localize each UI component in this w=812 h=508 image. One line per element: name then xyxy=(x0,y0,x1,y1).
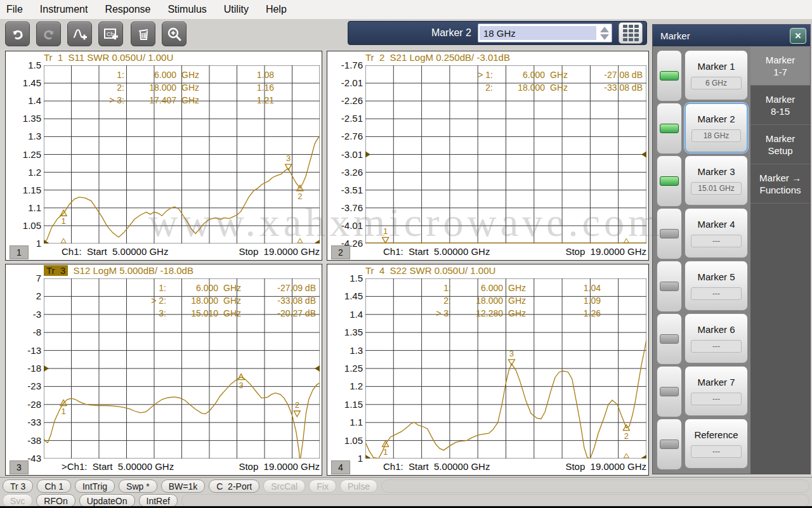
y-tick-label: 1.4 xyxy=(329,309,363,320)
undo-button[interactable] xyxy=(5,22,30,46)
svg-text:3: 3 xyxy=(286,153,291,163)
marker-toggle-led[interactable] xyxy=(657,366,682,417)
marker-readout-row: > 3:12.280GHz1.26 xyxy=(365,307,646,320)
marker-panel-body: Marker 16 GHzMarker 218 GHzMarker 315.01… xyxy=(653,46,750,474)
marker-button-label: Marker 7 xyxy=(697,377,735,388)
y-tick-label: 1.25 xyxy=(7,149,41,160)
status-intref[interactable]: IntRef xyxy=(139,494,178,507)
marker-button[interactable]: Marker 5--- xyxy=(684,261,748,311)
keypad-button[interactable] xyxy=(619,22,643,44)
status-c-2-port[interactable]: C 2-Port xyxy=(209,479,259,493)
status-swp-[interactable]: Swp * xyxy=(119,479,157,493)
y-tick-label: 1.15 xyxy=(329,399,363,410)
status-bw-1k[interactable]: BW=1k xyxy=(161,479,206,493)
y-tick-label: -3.51 xyxy=(329,185,363,195)
add-channel-icon: Ch xyxy=(103,26,119,42)
marker-button[interactable]: Marker 16 GHz xyxy=(684,50,748,100)
marker-readout: 1:6.000GHz1.082:18.000GHz1.16> 3:17.407G… xyxy=(44,68,320,107)
undo-icon xyxy=(10,27,25,42)
menu-instrument[interactable]: Instrument xyxy=(40,4,88,15)
status-svc[interactable]: Svc xyxy=(3,494,32,507)
value-spinner[interactable] xyxy=(598,25,612,41)
marker-value-text[interactable]: 18 GHz xyxy=(480,26,596,40)
marker-toggle-led[interactable] xyxy=(657,50,682,101)
menu-bar: FileInstrumentResponseStimulusUtilityHel… xyxy=(0,0,812,19)
marker-toggle-led[interactable] xyxy=(657,261,682,312)
menu-help[interactable]: Help xyxy=(266,4,287,15)
marker-button[interactable]: Marker 315.01 GHz xyxy=(684,155,748,205)
window-number-tab[interactable]: 3 xyxy=(10,460,29,474)
window-number-tab[interactable]: 4 xyxy=(331,460,350,474)
marker-toggle-led[interactable] xyxy=(657,103,682,154)
menu-file[interactable]: File xyxy=(6,4,23,15)
marker-toggle-led[interactable] xyxy=(657,419,682,470)
footer-stop-freq: Stop 19.0000 GHz xyxy=(239,246,320,257)
menu-response[interactable]: Response xyxy=(105,4,150,15)
marker-button-value: --- xyxy=(691,287,742,300)
y-tick-label: -38 xyxy=(7,435,41,446)
marker-button[interactable]: Marker 7--- xyxy=(684,366,748,416)
marker-panel-header: Marker ✕ xyxy=(653,25,810,46)
spinner-up-icon[interactable] xyxy=(600,27,609,32)
delete-button[interactable] xyxy=(131,22,155,46)
status-updateon[interactable]: UpdateOn xyxy=(79,494,135,507)
y-tick-label: 1.2 xyxy=(7,167,41,178)
spinner-down-icon[interactable] xyxy=(600,34,609,40)
add-trace-button[interactable] xyxy=(67,22,92,46)
status-fix[interactable]: Fix xyxy=(309,479,336,493)
window-number-tab[interactable]: 1 xyxy=(10,245,29,259)
menu-stimulus[interactable]: Stimulus xyxy=(167,4,206,15)
marker-button-value: 18 GHz xyxy=(691,129,742,142)
add-channel-button[interactable]: Ch xyxy=(98,22,123,46)
tab-marker-8-15[interactable]: Marker8-15 xyxy=(750,86,810,125)
marker-toggle-led[interactable] xyxy=(657,313,682,365)
marker-value-input[interactable]: 18 GHz xyxy=(478,23,612,42)
y-tick-label: 1.1 xyxy=(329,417,363,427)
y-tick-label: 1.1 xyxy=(7,202,41,213)
marker-button[interactable]: Marker 4--- xyxy=(684,208,748,258)
status-srccal[interactable]: SrcCal xyxy=(263,479,305,493)
marker-button[interactable]: Marker 6--- xyxy=(684,313,748,363)
svg-text:3: 3 xyxy=(509,349,514,358)
svg-text:2: 2 xyxy=(298,192,302,201)
tab-marker-functions[interactable]: Marker →Functions xyxy=(750,164,810,204)
status-rfon[interactable]: RFOn xyxy=(36,494,75,507)
marker-button[interactable]: Reference--- xyxy=(684,419,748,469)
tab-marker-1-7[interactable]: Marker1-7 xyxy=(750,46,810,86)
status-ch-1[interactable]: Ch 1 xyxy=(37,479,71,493)
trace-title: Tr 2 S21 LogM 0.250dB/ -3.01dB xyxy=(365,52,510,63)
marker-row-marker-5: Marker 5--- xyxy=(655,261,749,311)
svg-text:1: 1 xyxy=(383,447,388,457)
close-icon[interactable]: ✕ xyxy=(790,28,806,44)
footer-stop-freq: Stop 19.0000 GHz xyxy=(239,461,320,472)
y-tick-label: -13 xyxy=(7,345,41,356)
window-number-tab[interactable]: 2 xyxy=(331,245,350,259)
marker-row-marker-4: Marker 4--- xyxy=(655,208,749,258)
marker-readout-row: 1:6.000GHz-27.09 dB xyxy=(44,282,320,294)
zoom-button[interactable] xyxy=(162,22,187,46)
tab-marker-setup[interactable]: MarkerSetup xyxy=(750,125,810,164)
marker-button-value: --- xyxy=(691,340,742,353)
status-pulse[interactable]: Pulse xyxy=(340,479,377,493)
marker-panel-tabs: Marker1-7Marker8-15MarkerSetupMarker →Fu… xyxy=(750,46,810,474)
marker-button[interactable]: Marker 218 GHz xyxy=(684,103,748,153)
y-tick-label: 1.35 xyxy=(7,113,41,124)
marker-toggle-led[interactable] xyxy=(657,155,682,207)
y-tick-label: 1.25 xyxy=(329,363,363,374)
status-inttrig[interactable]: IntTrig xyxy=(75,479,115,493)
status-tr-3[interactable]: Tr 3 xyxy=(3,479,33,493)
svg-text:2: 2 xyxy=(295,400,299,410)
y-tick-label: 1.05 xyxy=(7,220,41,231)
marker-row-reference: Reference--- xyxy=(655,419,749,469)
menu-utility[interactable]: Utility xyxy=(224,4,249,15)
plot-tr3-s12: Tr 3 S12 LogM 5.000dB/ -18.0dB72-3-8-13-… xyxy=(5,264,322,476)
marker-button-value: --- xyxy=(691,445,742,458)
y-tick-label: 2 xyxy=(7,290,41,301)
marker-button-value: 6 GHz xyxy=(691,77,742,89)
marker-panel-title: Marker xyxy=(660,30,690,41)
marker-readout-row: 2:18.000GHz1.16 xyxy=(44,81,320,94)
marker-readout-row: 2:18.000GHz-33.08 dB xyxy=(365,81,646,94)
trace-title: Tr 4 S22 SWR 0.050U/ 1.00U xyxy=(365,265,495,276)
redo-button[interactable] xyxy=(36,22,61,46)
marker-toggle-led[interactable] xyxy=(657,208,682,259)
